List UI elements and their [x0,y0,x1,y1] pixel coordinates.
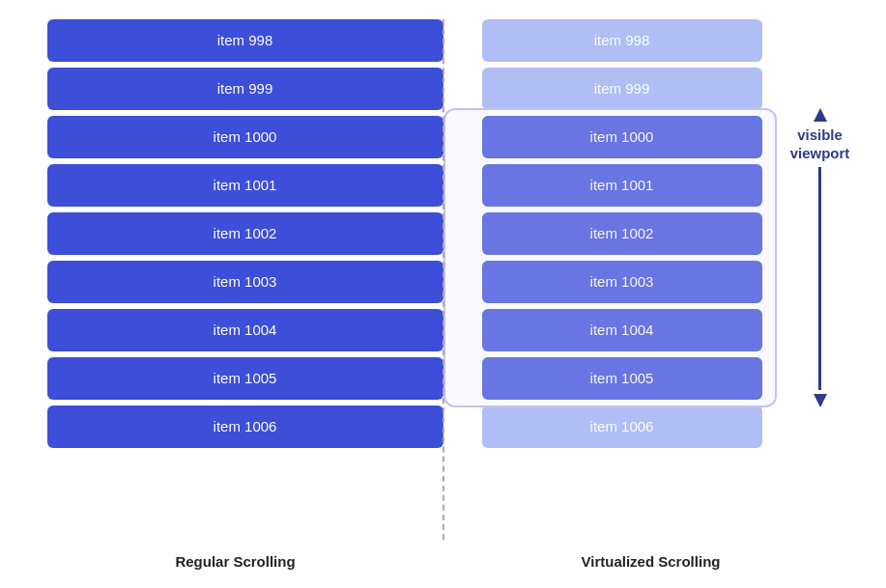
left-item-bar: item 1006 [47,406,443,448]
viewport-arrow-container: visibleviewport [782,108,859,407]
right-item-bar: item 1003 [482,261,762,303]
left-item-bar: item 1001 [47,164,443,207]
left-item-bar: item 1003 [47,261,443,303]
right-item-bar: item 1001 [482,164,762,207]
right-item-bar: item 1000 [482,116,762,158]
right-item-bar: item 1004 [482,309,762,351]
right-section: item 998item 999item 1000item 1001item 1… [463,19,859,540]
right-item-bar: item 999 [482,68,762,110]
left-column: item 998item 999item 1000item 1001item 1… [28,19,463,540]
left-item-bar: item 1005 [47,357,443,400]
left-item-bar: item 1004 [47,309,443,351]
right-column-label: Virtualized Scrolling [443,553,859,570]
left-item-bar: item 1002 [47,212,443,255]
viewport-arrow-down [814,394,827,407]
right-item-bar: item 1005 [482,357,762,400]
left-column-label: Regular Scrolling [28,553,443,570]
viewport-label: visibleviewport [790,126,850,163]
right-item-bar: item 1006 [482,406,762,448]
left-item-bar: item 1000 [47,116,443,158]
right-item-bar: item 998 [482,19,762,62]
labels-row: Regular Scrolling Virtualized Scrolling [28,553,859,570]
columns-wrapper: item 998item 999item 1000item 1001item 1… [28,19,859,540]
diagram: item 998item 999item 1000item 1001item 1… [28,19,859,570]
dashed-divider [443,19,444,540]
viewport-arrow-up [814,108,827,122]
viewport-arrow-line [818,167,821,390]
right-item-bar: item 1002 [482,212,762,255]
left-item-bar: item 999 [47,68,443,110]
left-item-bar: item 998 [47,19,443,62]
right-column: item 998item 999item 1000item 1001item 1… [463,19,782,540]
